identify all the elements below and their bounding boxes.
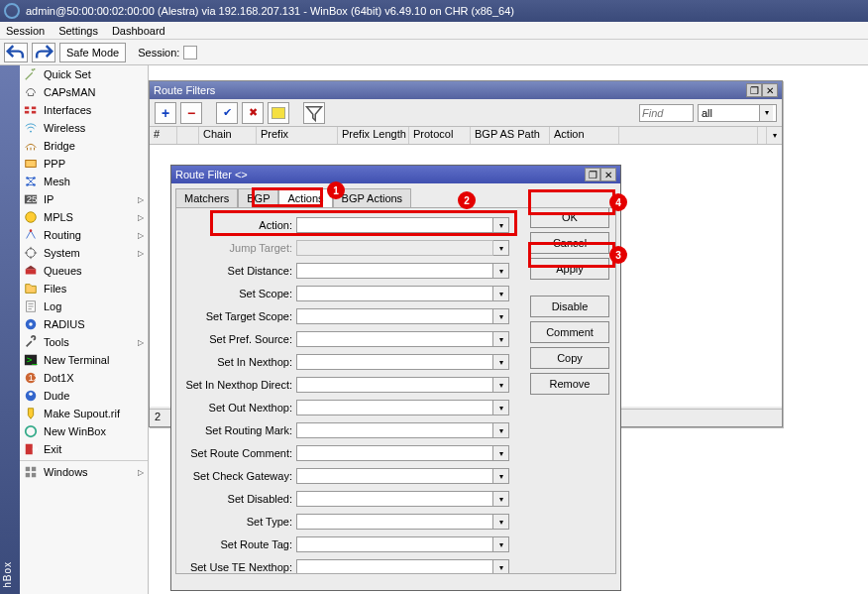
col-header-protocol[interactable]: Protocol	[409, 127, 471, 144]
field-input-set-in-nexthop-direct-[interactable]	[296, 377, 493, 393]
safe-mode-button[interactable]: Safe Mode	[59, 43, 126, 62]
tab-matchers[interactable]: Matchers	[175, 188, 238, 208]
route-filter-titlebar[interactable]: Route Filter <> ❐ ✕	[171, 166, 620, 183]
col-header-prefix[interactable]: Prefix	[257, 127, 338, 144]
field-expand-button[interactable]: ▾	[493, 286, 509, 301]
sidebar-item-dot1x[interactable]: 1XDot1X	[20, 369, 148, 387]
col-header-chain[interactable]: Chain	[199, 127, 257, 144]
sidebar-item-system[interactable]: System▷	[20, 244, 148, 262]
sidebar-item-queues[interactable]: Queues	[20, 262, 148, 280]
field-expand-button[interactable]: ▾	[493, 491, 509, 507]
sidebar-item-log[interactable]: Log	[20, 297, 148, 315]
comment-dialog-button[interactable]: Comment	[530, 321, 609, 343]
filter-select[interactable]: all ▾	[698, 104, 777, 122]
sidebar-item-exit[interactable]: Exit	[20, 440, 148, 458]
field-input-set-pref--source-[interactable]	[296, 331, 493, 347]
field-expand-button[interactable]: ▾	[493, 536, 509, 552]
cancel-button[interactable]: Cancel	[530, 232, 609, 254]
remove-button[interactable]: −	[180, 102, 202, 124]
field-input-set-route-tag-[interactable]	[296, 536, 493, 552]
field-input-set-check-gateway-[interactable]	[296, 468, 493, 484]
col-header-preflen[interactable]: Prefix Length	[338, 127, 409, 144]
tab-bgp[interactable]: BGP	[238, 188, 278, 208]
col-header-idx[interactable]: #	[150, 127, 177, 144]
field-input-set-use-te-nexthop-[interactable]	[296, 559, 493, 574]
tab-bgp-actions[interactable]: BGP Actions	[333, 188, 412, 208]
field-input-set-distance-[interactable]	[296, 263, 493, 279]
field-expand-button[interactable]: ▾	[493, 514, 509, 530]
sidebar-item-wireless[interactable]: Wireless	[20, 119, 148, 137]
columns-chevron-icon[interactable]: ▾	[766, 127, 782, 144]
field-expand-button[interactable]: ▾	[493, 354, 509, 370]
sidebar-item-tools[interactable]: Tools▷	[20, 333, 148, 351]
sidebar-item-bridge[interactable]: Bridge	[20, 137, 148, 155]
redo-button[interactable]	[32, 43, 55, 62]
sidebar-item-label: Log	[44, 300, 61, 312]
field-input-set-target-scope-[interactable]	[296, 308, 493, 324]
remove-dialog-button[interactable]: Remove	[530, 373, 609, 395]
disable-button[interactable]: ✖	[242, 102, 264, 124]
copy-button[interactable]: Copy	[530, 347, 609, 369]
add-button[interactable]: +	[155, 102, 176, 124]
sidebar-item-radius[interactable]: RADIUS	[20, 315, 148, 333]
submenu-chevron-icon: ▷	[138, 338, 144, 347]
route-filters-close-button[interactable]: ✕	[762, 83, 778, 97]
sidebar-item-ppp[interactable]: PPP	[20, 155, 148, 173]
sidebar-item-mpls[interactable]: MPLS▷	[20, 208, 148, 226]
apply-button[interactable]: Apply	[530, 258, 609, 280]
col-header-pad[interactable]	[177, 127, 199, 144]
sidebar-item-quick-set[interactable]: Quick Set	[20, 65, 148, 83]
comment-button[interactable]	[268, 102, 289, 124]
field-expand-button[interactable]: ▾	[493, 400, 509, 416]
disable-dialog-button[interactable]: Disable	[530, 296, 609, 317]
sidebar-item-dude[interactable]: Dude	[20, 387, 148, 405]
routing-icon	[24, 228, 38, 242]
find-input[interactable]	[639, 104, 694, 122]
field-input-set-route-comment-[interactable]	[296, 445, 493, 461]
action-dropdown-button[interactable]: ▾	[493, 217, 509, 233]
menu-dashboard[interactable]: Dashboard	[112, 25, 165, 37]
field-expand-button[interactable]: ▾	[493, 422, 509, 438]
col-header-action[interactable]: Action	[550, 127, 619, 144]
field-expand-button[interactable]: ▾	[493, 308, 509, 324]
route-filter-restore-button[interactable]: ❐	[585, 168, 600, 181]
filter-button[interactable]	[303, 102, 325, 124]
undo-button[interactable]	[4, 43, 28, 62]
field-row-set-route-tag-: Set Route Tag:▾	[182, 534, 509, 555]
field-input-set-scope-[interactable]	[296, 286, 493, 301]
action-input[interactable]: discard	[296, 217, 493, 233]
route-filter-close-button[interactable]: ✕	[600, 168, 616, 181]
field-input-set-routing-mark-[interactable]	[296, 422, 493, 438]
tab-actions[interactable]: Actions	[278, 188, 332, 208]
enable-button[interactable]: ✔	[216, 102, 238, 124]
sidebar-item-mesh[interactable]: Mesh	[20, 173, 148, 190]
menu-session[interactable]: Session	[6, 25, 45, 37]
wifi-icon	[24, 121, 38, 135]
menu-settings[interactable]: Settings	[58, 25, 98, 37]
field-expand-button[interactable]: ▾	[493, 331, 509, 347]
sidebar-item-interfaces[interactable]: Interfaces	[20, 101, 148, 119]
field-input-set-disabled-[interactable]	[296, 491, 493, 507]
sidebar-item-make-supout-rif[interactable]: Make Supout.rif	[20, 405, 148, 422]
route-filters-titlebar[interactable]: Route Filters ❐ ✕	[150, 81, 782, 99]
field-input-set-in-nexthop-[interactable]	[296, 354, 493, 370]
col-header-aspath[interactable]: BGP AS Path	[471, 127, 550, 144]
col-header-rest[interactable]	[619, 127, 758, 144]
sidebar-item-capsman[interactable]: CAPsMAN	[20, 83, 148, 101]
sidebar-item-new-winbox[interactable]: New WinBox	[20, 422, 148, 440]
sidebar-item-files[interactable]: Files	[20, 280, 148, 297]
sidebar-item-routing[interactable]: Routing▷	[20, 226, 148, 244]
field-expand-button[interactable]: ▾	[493, 445, 509, 461]
field-expand-button[interactable]: ▾	[493, 468, 509, 484]
field-input-set-type-[interactable]	[296, 514, 493, 530]
sidebar-item-new-terminal[interactable]: >_New Terminal	[20, 351, 148, 369]
sidebar-item-windows[interactable]: Windows▷	[20, 463, 148, 481]
route-filters-restore-button[interactable]: ❐	[746, 83, 762, 97]
ok-button[interactable]: OK	[530, 207, 609, 228]
field-input-set-out-nexthop-[interactable]	[296, 400, 493, 416]
sidebar-item-ip[interactable]: 255IP▷	[20, 190, 148, 208]
field-expand-button[interactable]: ▾	[493, 559, 509, 574]
field-expand-button[interactable]: ▾	[493, 263, 509, 279]
field-expand-button[interactable]: ▾	[493, 377, 509, 393]
interfaces-icon	[24, 103, 38, 117]
